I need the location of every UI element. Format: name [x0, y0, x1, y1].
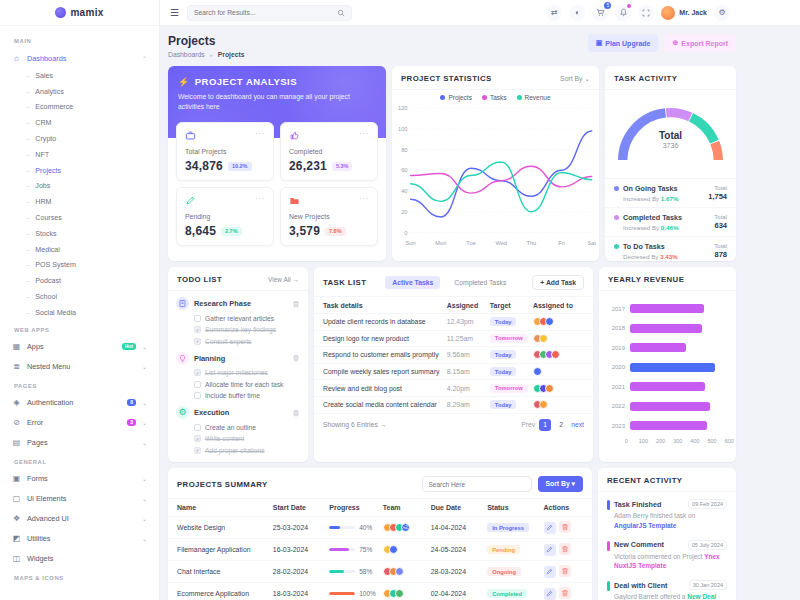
activity-link[interactable]: AngularJS Template [614, 522, 676, 529]
language-icon[interactable]: ⇄ [546, 5, 562, 21]
sidebar-item-crm[interactable]: –CRM [0, 115, 159, 131]
more-options-icon[interactable]: ... [359, 130, 369, 134]
checkbox[interactable] [194, 315, 201, 322]
checkbox[interactable] [194, 381, 201, 388]
tab-completed-tasks[interactable]: Completed Tasks [447, 276, 513, 289]
sidebar-item-pos-system[interactable]: –POS System [0, 258, 159, 274]
sidebar-item-social-media[interactable]: –Social Media [0, 305, 159, 321]
legend-item-projects[interactable]: Projects [440, 94, 471, 101]
sidebar-item-podcast[interactable]: –Podcast [0, 273, 159, 289]
table-search-input[interactable] [422, 476, 532, 492]
sidebar-item-advanced-ui[interactable]: ❖Advanced UI⌄ [0, 509, 159, 529]
revenue-bar[interactable] [630, 421, 707, 430]
more-options-icon[interactable]: ... [359, 195, 369, 199]
sidebar-item-analytics[interactable]: –Analytics [0, 84, 159, 100]
sidebar-item-error[interactable]: ⊘Error3⌄ [0, 413, 159, 433]
delete-button[interactable] [559, 587, 571, 599]
fullscreen-icon[interactable] [638, 5, 654, 21]
todo-item[interactable]: ✓Summarize key findings [194, 326, 300, 333]
table-row[interactable]: Ecommerce Application 18-03-2024 100% 02… [168, 583, 592, 600]
sidebar-item-crypto[interactable]: –Crypto [0, 131, 159, 147]
sidebar-item-projects[interactable]: –Projects [0, 163, 159, 179]
global-search[interactable] [187, 5, 352, 21]
page-1[interactable]: 1 [539, 419, 551, 431]
hamburger-icon[interactable]: ☰ [170, 7, 179, 18]
revenue-bar[interactable] [630, 363, 715, 372]
sidebar-item-ecommerce[interactable]: –Ecommerce [0, 100, 159, 116]
table-row[interactable]: Filemanager Application 16-03-2024 75% 2… [168, 539, 592, 561]
view-all-link[interactable]: View All → [268, 276, 299, 283]
todo-item[interactable]: ✓Consult experts [194, 338, 300, 345]
prev-page[interactable]: Prev [521, 421, 535, 428]
sidebar-item-authentication[interactable]: ◈Authentication8⌄ [0, 393, 159, 413]
table-row[interactable]: Design logo for new product 11.25am Tomo… [314, 331, 593, 348]
legend-item-revenue[interactable]: Revenue [517, 94, 551, 101]
activity-link[interactable]: Ynex NuxtJS Template [614, 553, 720, 570]
todo-item[interactable]: Gather relevant articles [194, 315, 300, 322]
checkbox[interactable] [194, 392, 201, 399]
sidebar-item-courses[interactable]: –Courses [0, 210, 159, 226]
sidebar-item-school[interactable]: –School [0, 289, 159, 305]
todo-item[interactable]: ✓Write content [194, 435, 300, 442]
next-page[interactable]: next [571, 421, 584, 428]
search-icon[interactable] [337, 9, 345, 17]
table-row[interactable]: Update client records in database 12.43p… [314, 314, 593, 331]
add-task-button[interactable]: + Add Task [532, 275, 584, 290]
table-row[interactable]: Website Design 25-03-2024 40% +2 14-04-2… [168, 517, 592, 539]
todo-item[interactable]: ✓List major milestones [194, 369, 300, 376]
sort-by-dropdown[interactable]: Sort By ⌄ [560, 75, 590, 83]
notification-bell-icon[interactable] [615, 5, 631, 21]
checkbox[interactable]: ✓ [194, 435, 201, 442]
revenue-bar[interactable] [630, 343, 686, 352]
sidebar-item-ui-elements[interactable]: ▢Ui Elements⌄ [0, 489, 159, 509]
checkbox[interactable]: ✓ [194, 326, 201, 333]
edit-button[interactable] [544, 544, 556, 556]
table-row[interactable]: Respond to customer emails promptly 9.56… [314, 347, 593, 364]
table-row[interactable]: Create social media content calendar 8.2… [314, 397, 593, 414]
sidebar-item-jobs[interactable]: –Jobs [0, 179, 159, 195]
settings-gear-icon[interactable]: ⚙ [714, 5, 730, 21]
revenue-bar[interactable] [630, 382, 705, 391]
edit-button[interactable] [544, 588, 556, 600]
sidebar-item-hrm[interactable]: –HRM [0, 194, 159, 210]
plan-upgrade-button[interactable]: ▣Plan Upgrade [588, 34, 659, 52]
sidebar-item-utilities[interactable]: ◩Utilities⌄ [0, 529, 159, 549]
revenue-bar[interactable] [630, 324, 702, 333]
activity-link[interactable]: New Deal [687, 593, 716, 600]
export-report-button[interactable]: ⊕Export Report [664, 34, 736, 52]
sidebar-item-pages[interactable]: ▤Pages⌄ [0, 433, 159, 453]
table-row[interactable]: Chat Interface 28-02-2024 58% 28-03-2024… [168, 561, 592, 583]
theme-icon[interactable]: ◐ [569, 5, 585, 21]
trash-icon[interactable] [292, 300, 300, 308]
user-menu[interactable]: Mr. Jack [661, 6, 707, 20]
sidebar-item-widgets[interactable]: ◫Widgets [0, 549, 159, 569]
edit-button[interactable] [544, 566, 556, 578]
cart-icon[interactable]: 5 [592, 5, 608, 21]
sidebar-item-apps[interactable]: ▦AppsHot⌄ [0, 337, 159, 357]
tab-active-tasks[interactable]: Active Tasks [385, 276, 440, 289]
legend-item-tasks[interactable]: Tasks [482, 94, 507, 101]
sidebar-item-stocks[interactable]: –Stocks [0, 226, 159, 242]
logo[interactable]: mamix [0, 0, 159, 26]
trash-icon[interactable] [292, 354, 300, 362]
checkbox[interactable]: ✓ [194, 447, 201, 454]
sidebar-item-forms[interactable]: ▣Forms⌄ [0, 469, 159, 489]
search-input[interactable] [194, 9, 333, 16]
delete-button[interactable] [559, 565, 571, 577]
table-row[interactable]: Compile weekly sales report summary 8.15… [314, 364, 593, 381]
sidebar-item-dashboards[interactable]: ⌂ Dashboards ⌃ [0, 48, 159, 68]
delete-button[interactable] [559, 521, 571, 533]
sidebar-item-sales[interactable]: –Sales [0, 68, 159, 84]
edit-button[interactable] [544, 522, 556, 534]
todo-item[interactable]: Include buffer time [194, 392, 300, 399]
sort-by-button[interactable]: Sort By ▾ [538, 476, 583, 492]
trash-icon[interactable] [292, 409, 300, 417]
checkbox[interactable] [194, 424, 201, 431]
delete-button[interactable] [559, 543, 571, 555]
revenue-bar[interactable] [630, 402, 710, 411]
sidebar-item-nft[interactable]: –NFT [0, 147, 159, 163]
sidebar-item-nested-menu[interactable]: ≣Nested Menu⌄ [0, 357, 159, 377]
table-row[interactable]: Review and edit blog post 4.20pm Tomorro… [314, 380, 593, 397]
todo-item[interactable]: Allocate time for each task [194, 381, 300, 388]
todo-item[interactable]: Create an outline [194, 424, 300, 431]
